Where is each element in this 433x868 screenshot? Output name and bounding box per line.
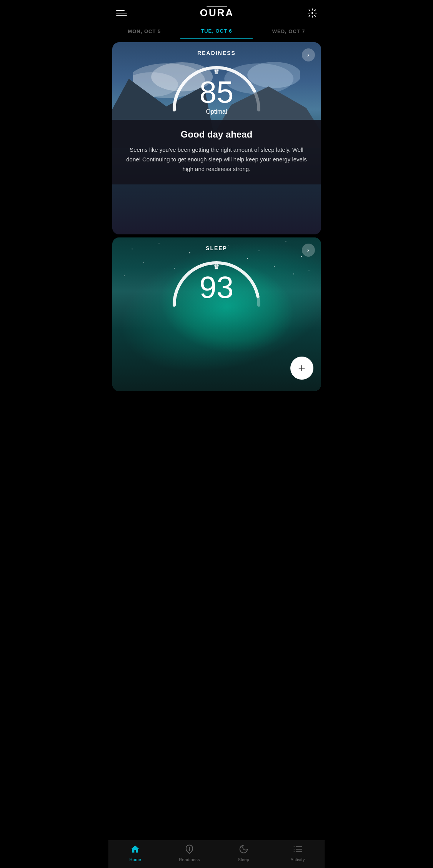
sleep-gauge-container: ♛ 93 [112, 251, 321, 317]
readiness-header-row: READINESS › [112, 42, 321, 56]
sleep-score: 93 [200, 272, 234, 303]
sleep-score-overlay: ♛ 93 [200, 263, 234, 303]
sleep-card: SLEEP › ♛ 93 + [112, 237, 321, 391]
readiness-card: READINESS › ♛ 85 Optimal Good day ahead [112, 42, 321, 234]
header: OURA [108, 0, 325, 23]
readiness-body-text: Seems like you've been getting the right… [123, 145, 310, 174]
readiness-score-overlay: ♛ 85 Optimal [200, 68, 234, 115]
sleep-header-row: SLEEP › [112, 237, 321, 251]
svg-line-6 [315, 15, 315, 16]
date-prev[interactable]: MON, OCT 5 [108, 25, 181, 39]
svg-line-7 [309, 15, 310, 16]
svg-line-8 [315, 10, 315, 10]
readiness-card-bottom: Good day ahead Seems like you've been ge… [112, 120, 321, 184]
svg-line-5 [309, 10, 310, 10]
readiness-title: READINESS [197, 50, 236, 56]
date-navigation: MON, OCT 5 TUE, OCT 6 WED, OCT 7 [108, 23, 325, 39]
sleep-title: SLEEP [206, 245, 227, 251]
crown-icon: ♛ [213, 68, 220, 75]
logo-text: OURA [200, 7, 234, 19]
date-next[interactable]: WED, OCT 7 [253, 25, 325, 39]
readiness-gauge-container: ♛ 85 Optimal [112, 56, 321, 114]
add-button[interactable]: + [290, 357, 313, 380]
readiness-status: Optimal [206, 108, 227, 115]
sleep-card-content: SLEEP › ♛ 93 [112, 237, 321, 317]
svg-point-0 [311, 12, 313, 13]
readiness-card-content: READINESS › ♛ 85 Optimal Good day ahead [112, 42, 321, 184]
settings-icon[interactable] [307, 8, 317, 18]
readiness-headline: Good day ahead [123, 129, 310, 140]
readiness-score: 85 [200, 77, 234, 108]
menu-button[interactable] [116, 10, 127, 16]
sleep-crown-icon: ♛ [213, 263, 220, 271]
date-current[interactable]: TUE, OCT 6 [180, 25, 253, 39]
app-logo: OURA [200, 7, 234, 19]
